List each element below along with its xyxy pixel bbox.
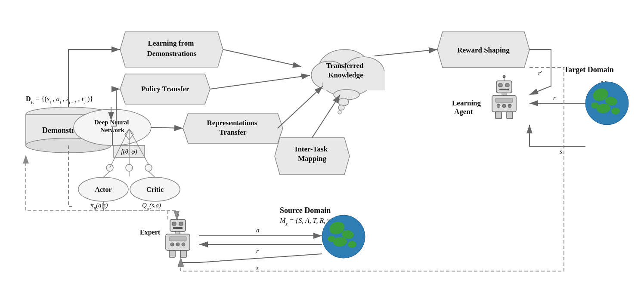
svg-rect-61 <box>498 83 502 87</box>
policy-transfer-box: Policy Transfer <box>120 74 210 104</box>
svg-point-55 <box>170 243 174 246</box>
svg-point-22 <box>338 105 344 110</box>
svg-point-70 <box>502 104 506 108</box>
svg-point-23 <box>338 111 341 114</box>
svg-rect-68 <box>495 98 513 102</box>
svg-rect-66 <box>502 93 506 96</box>
s-label-source: s <box>256 265 259 271</box>
inter-task-mapping-box: Inter-Task Mapping <box>275 138 350 175</box>
r-label-target: r <box>553 94 556 101</box>
node-right <box>145 164 152 171</box>
expert-label: Expert <box>140 228 161 236</box>
actor-box: Actor <box>78 177 128 201</box>
svg-point-71 <box>508 104 511 108</box>
svg-rect-62 <box>505 83 509 87</box>
svg-point-65 <box>503 75 505 78</box>
svg-rect-59 <box>180 250 186 257</box>
svg-rect-49 <box>173 227 183 229</box>
svg-point-21 <box>338 98 349 106</box>
learning-agent-label: Learning <box>452 99 481 107</box>
svg-rect-48 <box>179 222 183 225</box>
svg-point-44 <box>591 102 599 108</box>
svg-rect-54 <box>169 237 186 241</box>
node-mid <box>126 164 133 171</box>
svg-point-69 <box>497 104 500 108</box>
svg-point-56 <box>176 243 180 246</box>
a-label: a <box>256 227 260 234</box>
svg-rect-58 <box>169 250 175 257</box>
svg-point-37 <box>328 236 335 242</box>
main-diagram: Demonstrations DE = {(si , ai , si+1 , r… <box>0 0 644 290</box>
source-domain-title: Source Domain <box>280 206 331 215</box>
svg-rect-73 <box>507 112 513 119</box>
representations-transfer-box: Representations Transfer <box>183 113 283 143</box>
learning-from-demos-box: Learning from Demonstrations <box>120 32 223 67</box>
learning-agent-label2: Agent <box>454 108 473 116</box>
actor-label: Actor <box>95 186 111 193</box>
reward-shaping-box: Reward Shaping <box>437 32 529 68</box>
critic-label: Critic <box>146 186 164 193</box>
earth-source <box>322 215 365 258</box>
earth-target <box>585 82 629 125</box>
reward-shaping-label: Reward Shaping <box>457 46 510 54</box>
policy-transfer-label: Policy Transfer <box>141 85 189 93</box>
r-label-source: r <box>256 247 259 254</box>
r-prime-label: r' <box>538 70 542 77</box>
svg-rect-47 <box>172 222 176 225</box>
svg-rect-72 <box>495 112 502 119</box>
svg-point-57 <box>182 243 185 246</box>
s-label-target: s <box>560 148 562 155</box>
svg-rect-52 <box>176 231 180 234</box>
critic-box: Critic <box>130 177 180 201</box>
svg-point-43 <box>611 108 620 114</box>
svg-rect-63 <box>499 89 509 90</box>
target-domain-title: Target Domain <box>564 65 614 74</box>
svg-point-36 <box>348 241 356 248</box>
